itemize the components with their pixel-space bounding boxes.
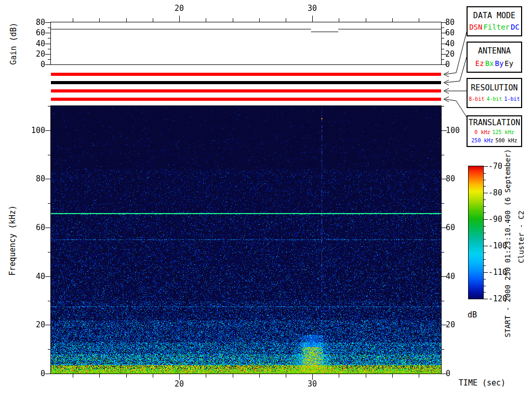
- tick-label: 0: [22, 60, 45, 69]
- axis-tick: [484, 193, 488, 193]
- axis-tick: [48, 49, 50, 49]
- tick-label: 20: [22, 50, 45, 58]
- axis-tick: [45, 228, 50, 228]
- axis-tick: [45, 64, 50, 65]
- axis-tick: [48, 349, 50, 350]
- tick-label: -100: [488, 242, 507, 250]
- axis-tick: [259, 18, 260, 22]
- axis-tick: [484, 200, 486, 200]
- axis-tick: [233, 18, 233, 22]
- tick-label: 20: [22, 321, 45, 329]
- axis-tick: [99, 374, 100, 378]
- axis-tick: [366, 374, 366, 378]
- axis-tick: [484, 239, 486, 240]
- tick-label: 100: [446, 126, 460, 135]
- axis-tick: [48, 203, 50, 204]
- axis-tick: [48, 252, 50, 252]
- axis-tick: [45, 276, 50, 277]
- axis-tick: [179, 16, 180, 22]
- axis-tick: [484, 206, 486, 207]
- tick-label: 40: [445, 39, 455, 48]
- axis-tick: [484, 259, 486, 260]
- axis-tick: [339, 374, 339, 378]
- tick-label: 20: [175, 4, 184, 12]
- axis-tick: [419, 18, 419, 22]
- tick-label: 20: [446, 321, 455, 329]
- axis-tick: [484, 299, 488, 299]
- tick-label: 60: [22, 29, 45, 37]
- axis-tick: [286, 18, 286, 22]
- tick-label: 60: [445, 29, 455, 37]
- axis-tick: [48, 38, 50, 38]
- plot-page: Gain (dB) Frequency (kHz) DATA MODE DSNF…: [0, 0, 532, 399]
- axis-tick: [206, 18, 206, 22]
- axis-tick: [45, 33, 50, 33]
- axis-tick: [442, 349, 444, 350]
- axis-tick: [45, 22, 50, 23]
- tick-label: -120: [488, 295, 507, 303]
- tick-label: 20: [175, 380, 184, 388]
- axis-tick: [233, 374, 233, 378]
- axis-tick: [484, 180, 486, 180]
- axis-tick: [312, 16, 313, 22]
- axis-tick: [366, 18, 366, 22]
- axis-tick: [153, 374, 153, 378]
- axis-tick: [484, 219, 488, 220]
- tick-label: 20: [445, 50, 455, 58]
- axis-tick: [442, 301, 444, 301]
- axis-tick: [206, 374, 206, 378]
- axis-tick: [48, 59, 50, 60]
- axis-tick: [442, 106, 444, 107]
- axis-tick: [442, 59, 444, 60]
- axes-ticks-layer: 2020303000202040406060808000202040406060…: [0, 0, 532, 399]
- axis-tick: [45, 130, 50, 131]
- axis-tick: [484, 186, 486, 187]
- axis-tick: [45, 179, 50, 179]
- axis-tick: [484, 226, 486, 227]
- axis-tick: [484, 173, 486, 174]
- axis-tick: [73, 374, 73, 378]
- axis-tick: [392, 374, 393, 378]
- tick-label: 60: [22, 223, 45, 232]
- tick-label: 30: [308, 380, 317, 388]
- tick-label: 100: [22, 126, 45, 135]
- axis-tick: [484, 212, 486, 213]
- tick-label: -90: [488, 215, 502, 223]
- axis-tick: [442, 252, 444, 252]
- tick-label: 30: [308, 4, 317, 12]
- tick-label: 0: [446, 369, 450, 378]
- axis-tick: [48, 28, 50, 28]
- axis-tick: [442, 28, 444, 28]
- tick-label: -70: [488, 162, 502, 170]
- tick-label: -110: [488, 268, 507, 276]
- tick-label: 40: [22, 39, 45, 48]
- tick-label: -80: [488, 189, 502, 197]
- tick-label: 80: [22, 18, 45, 26]
- axis-tick: [259, 374, 260, 378]
- axis-tick: [419, 374, 419, 378]
- axis-tick: [286, 374, 286, 378]
- axis-tick: [126, 18, 127, 22]
- tick-label: 60: [446, 223, 455, 232]
- tick-label: 80: [446, 175, 455, 183]
- axis-tick: [45, 374, 50, 374]
- axis-tick: [126, 374, 127, 378]
- axis-tick: [484, 272, 488, 273]
- axis-tick: [484, 292, 486, 292]
- axis-tick: [153, 18, 153, 22]
- tick-label: 80: [22, 175, 45, 183]
- tick-label: 0: [445, 60, 450, 69]
- tick-label: 80: [445, 18, 455, 26]
- axis-tick: [484, 286, 486, 286]
- axis-tick: [442, 203, 444, 204]
- axis-tick: [339, 18, 339, 22]
- axis-tick: [73, 18, 73, 22]
- axis-tick: [442, 155, 444, 155]
- axis-tick: [48, 155, 50, 155]
- axis-tick: [484, 252, 486, 253]
- axis-tick: [48, 301, 50, 301]
- axis-tick: [48, 106, 50, 107]
- tick-label: 40: [446, 272, 455, 281]
- axis-tick: [484, 246, 488, 246]
- axis-tick: [99, 18, 100, 22]
